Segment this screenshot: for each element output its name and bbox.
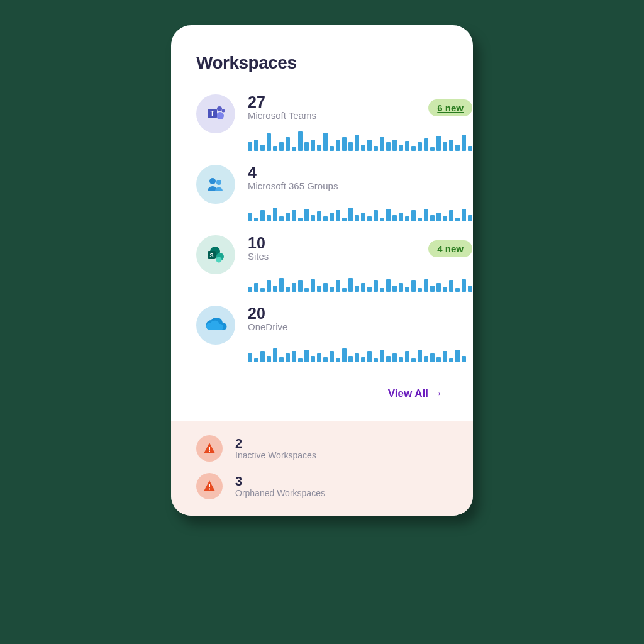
alert-count: 3 xyxy=(235,475,325,487)
svg-rect-13 xyxy=(209,451,210,452)
sparkline xyxy=(248,200,472,221)
page-title: Workspaces xyxy=(196,53,448,73)
alert-label: Inactive Workspaces xyxy=(235,450,316,460)
alert-row[interactable]: 2Inactive Workspaces xyxy=(196,435,448,462)
svg-rect-12 xyxy=(209,447,210,450)
workspace-label: Microsoft 365 Groups xyxy=(248,180,338,191)
svg-rect-14 xyxy=(209,484,210,487)
svg-point-5 xyxy=(209,178,216,184)
workspace-body: 27Microsoft Teams6 new xyxy=(248,94,472,151)
workspace-count: 20 xyxy=(248,306,287,321)
workspace-body: 4Microsoft 365 Groups xyxy=(248,165,472,221)
sparkline xyxy=(248,270,472,292)
alert-count: 2 xyxy=(235,437,316,450)
new-badge[interactable]: 6 new xyxy=(428,99,472,116)
groups-icon xyxy=(196,165,235,204)
svg-point-1 xyxy=(222,109,225,113)
workspace-count: 4 xyxy=(248,165,338,180)
svg-rect-2 xyxy=(216,112,224,119)
workspace-head: 4Microsoft 365 Groups xyxy=(248,165,472,191)
workspace-head: 20OneDrive xyxy=(248,306,466,332)
workspace-item[interactable]: 20OneDrive xyxy=(196,306,448,362)
workspace-head: 10Sites4 new xyxy=(248,235,472,262)
arrow-right-icon: → xyxy=(432,387,443,400)
onedrive-icon xyxy=(196,306,235,345)
teams-icon: T xyxy=(196,94,235,133)
workspace-item[interactable]: 4Microsoft 365 Groups xyxy=(196,165,448,221)
view-all-label: View All xyxy=(388,387,428,400)
workspace-count: 10 xyxy=(248,235,269,251)
workspace-body: 20OneDrive xyxy=(248,306,466,362)
workspace-item[interactable]: T27Microsoft Teams6 new xyxy=(196,94,448,151)
svg-text:S: S xyxy=(209,252,213,258)
svg-point-9 xyxy=(216,257,222,263)
new-badge[interactable]: 4 new xyxy=(428,240,472,257)
alert-row[interactable]: 3Orphaned Workspaces xyxy=(196,473,448,499)
sparkline xyxy=(248,341,466,362)
workspace-label: OneDrive xyxy=(248,321,287,332)
workspace-count: 27 xyxy=(248,94,316,110)
svg-text:T: T xyxy=(210,110,214,117)
alert-label: Orphaned Workspaces xyxy=(235,488,325,498)
svg-rect-15 xyxy=(209,489,210,490)
workspace-list: T27Microsoft Teams6 new4Microsoft 365 Gr… xyxy=(196,94,448,362)
workspace-item[interactable]: S10Sites4 new xyxy=(196,235,448,292)
svg-point-0 xyxy=(217,106,222,111)
sparkline xyxy=(248,130,472,151)
card-body: Workspaces T27Microsoft Teams6 new4Micro… xyxy=(171,25,473,421)
workspace-label: Sites xyxy=(248,251,269,262)
workspace-body: 10Sites4 new xyxy=(248,235,472,292)
workspace-head: 27Microsoft Teams6 new xyxy=(248,94,472,121)
warning-icon xyxy=(196,473,223,499)
alerts-section: 2Inactive Workspaces3Orphaned Workspaces xyxy=(171,421,473,516)
sharepoint-icon: S xyxy=(196,235,235,274)
workspaces-card: Workspaces T27Microsoft Teams6 new4Micro… xyxy=(171,25,473,516)
warning-icon xyxy=(196,435,223,462)
svg-point-6 xyxy=(216,180,221,185)
workspace-label: Microsoft Teams xyxy=(248,110,316,121)
view-all-link[interactable]: View All → xyxy=(196,376,448,416)
